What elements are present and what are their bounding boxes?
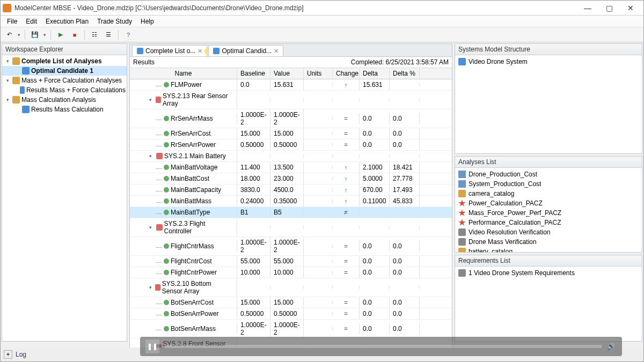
log-label[interactable]: Log [16, 351, 26, 358]
lock-icon [458, 269, 466, 277]
close-button[interactable]: ✕ [620, 1, 641, 15]
col-units[interactable]: Units [304, 68, 333, 79]
reqlist-title: Requirements List [455, 255, 642, 267]
undo-button[interactable]: ↶ [4, 29, 14, 40]
sms-root[interactable]: Video Drone System [457, 57, 640, 67]
col-value[interactable]: Value [270, 68, 304, 79]
reqlist-item-label: 1 Video Drone System Requirements [469, 269, 575, 277]
tab-strip: Complete List o... ✕ Optimal Candid... ✕ [130, 44, 452, 57]
col-delta[interactable]: Delta [360, 68, 390, 79]
analysis-item[interactable]: System_Production_Cost [457, 179, 640, 189]
results-data-row[interactable]: BotSenArrPower0.500000.50000=0.00.0 [130, 308, 452, 320]
tab-optimal-candidate[interactable]: Optimal Candid... ✕ [208, 45, 283, 56]
results-data-row[interactable]: MainBattVoltage11.40013.500↑2.100018.421 [130, 162, 452, 173]
analysis-item[interactable]: Drone Mass Verification [457, 237, 640, 247]
tab-close-icon[interactable]: ✕ [274, 48, 279, 55]
maximize-button[interactable]: ▢ [598, 1, 620, 15]
tab-close-icon[interactable]: ✕ [197, 48, 202, 55]
results-data-row[interactable]: RrSenArrMass1.0000E-21.0000E-2=0.00.0 [130, 109, 452, 128]
tree-row[interactable]: Optimal Candidate 1 [2, 66, 127, 76]
results-data-row[interactable]: MainBattCapacity3830.04500.0↑670.0017.49… [130, 184, 452, 196]
cat-icon [458, 190, 466, 197]
results-header-row: Name Baseline Value Units Change Delta D… [130, 68, 452, 79]
tab-label: Optimal Candid... [222, 47, 272, 55]
tab-complete-list[interactable]: Complete List o... ✕ [132, 45, 207, 56]
results-data-row[interactable]: MainBattMass0.240000.35000↑0.1100045.833 [130, 196, 452, 207]
help-button[interactable]: ? [123, 29, 134, 40]
seek-bar[interactable] [165, 345, 602, 348]
star-icon [458, 219, 466, 226]
reqlist-item[interactable]: 1 Video Drone System Requirements [457, 268, 640, 278]
menu-trade-study[interactable]: Trade Study [93, 17, 136, 26]
workspace-tree[interactable]: ▾Complete List of AnalysesOptimal Candid… [2, 55, 127, 341]
results-data-row[interactable]: RrSenArrPower0.500000.50000=0.00.0 [130, 139, 452, 151]
pause-button[interactable]: ❚❚ [145, 339, 159, 353]
minimize-button[interactable]: — [577, 1, 598, 15]
star-icon [458, 200, 466, 207]
volume-icon[interactable]: 🔊 [607, 343, 617, 350]
results-data-row[interactable]: MainBattTypeB1B5≠ [130, 207, 452, 218]
col-baseline[interactable]: Baseline [237, 68, 270, 79]
save-button[interactable]: 💾 [30, 29, 40, 40]
window-title: ModelCenter MBSE - Video_Drone.mdzip [C:… [14, 4, 577, 12]
scale-icon [458, 238, 466, 246]
system-icon [458, 58, 466, 65]
workspace-explorer-title: Workspace Explorer [2, 44, 127, 55]
analysis-item[interactable]: Mass_Force_Power_Perf_PACZ [457, 208, 640, 218]
add-log-button[interactable]: + [4, 350, 12, 359]
scale-icon [458, 228, 466, 236]
results-data-row[interactable]: BotSenArrMass1.0000E-21.0000E-2=0.00.0 [130, 320, 452, 338]
results-data-row[interactable]: RrSenArrCost15.00015.000=0.00.0 [130, 128, 452, 139]
reqlist-body[interactable]: 1 Video Drone System Requirements [455, 267, 642, 341]
analysis-item[interactable]: Drone_Production_Cost [457, 169, 640, 179]
menu-bar: File Edit Execution Plan Trade Study Hel… [1, 16, 643, 27]
col-name[interactable]: Name [130, 68, 237, 79]
tree-row[interactable]: ▾Complete List of Analyses [2, 56, 127, 66]
main-area: Workspace Explorer ▾Complete List of Ana… [1, 42, 643, 343]
analyses-title: Analyses List [455, 157, 642, 168]
stop-button[interactable]: ■ [69, 29, 80, 40]
results-data-row[interactable]: FlightCntrMass1.0000E-21.0000E-2=0.00.0 [130, 237, 452, 256]
title-bar: ModelCenter MBSE - Video_Drone.mdzip [C:… [1, 1, 643, 16]
results-label: Results [133, 58, 155, 66]
results-group-row[interactable]: ▾SYS.2.10 Bottom Sensor Array [130, 278, 452, 297]
menu-execution-plan[interactable]: Execution Plan [41, 17, 93, 26]
cat-icon [458, 248, 466, 252]
results-data-row[interactable]: MainBattCost18.00023.000↑5.000027.778 [130, 173, 452, 184]
video-player-overlay: ❚❚ 🔊 [140, 337, 622, 356]
center-column: Complete List o... ✕ Optimal Candid... ✕… [128, 42, 453, 343]
chart-icon [458, 180, 466, 188]
analysis-item[interactable]: Power_Calculation_PACZ [457, 198, 640, 208]
results-table[interactable]: Name Baseline Value Units Change Delta D… [130, 68, 452, 357]
tree-row[interactable]: ▾Mass + Force Calculation Analyses [2, 76, 127, 85]
tree-row[interactable]: ▾Mass Calculation Analysis [2, 95, 127, 105]
sms-title: Systems Model Structure [455, 44, 642, 55]
analysis-item[interactable]: battery_catalog [457, 247, 640, 252]
tree-row[interactable]: Results Mass + Force Calculations [2, 85, 127, 95]
results-group-row[interactable]: ▾SYS.2.3 Flight Controller [130, 218, 452, 237]
menu-edit[interactable]: Edit [21, 17, 41, 26]
tool-button-1[interactable]: ☷ [89, 29, 100, 40]
app-icon [3, 4, 11, 12]
results-group-row[interactable]: ▾SYS.2.13 Rear Sensor Array [130, 91, 452, 109]
results-group-row[interactable]: ▾SYS.2.1 Main Battery [130, 151, 452, 162]
tab-label: Complete List o... [145, 47, 195, 55]
tree-row[interactable]: Results Mass Calculation [2, 105, 127, 114]
analysis-item[interactable]: camera_catalog [457, 189, 640, 198]
col-deltapct[interactable]: Delta % [390, 68, 420, 79]
left-column: Workspace Explorer ▾Complete List of Ana… [1, 42, 128, 343]
results-data-row[interactable]: FLMPower0.015.631↑15.631 [130, 79, 452, 91]
analysis-item[interactable]: Video Resolution Verification [457, 227, 640, 237]
results-data-row[interactable]: BotSenArrCost15.00015.000=0.00.0 [130, 297, 452, 308]
analyses-body[interactable]: Drone_Production_CostSystem_Production_C… [455, 168, 642, 252]
col-change[interactable]: Change [333, 68, 360, 79]
analysis-item[interactable]: Performance_Calculation_PACZ [457, 218, 640, 227]
tool-button-2[interactable]: ☰ [103, 29, 114, 40]
sms-body[interactable]: Video Drone System [455, 55, 642, 153]
star-icon [458, 209, 466, 217]
results-data-row[interactable]: FlightCntrPower10.00010.000=0.00.0 [130, 267, 452, 278]
run-button[interactable]: ▶ [55, 29, 66, 40]
menu-help[interactable]: Help [136, 17, 158, 26]
menu-file[interactable]: File [3, 17, 21, 26]
results-data-row[interactable]: FlightCntrCost55.00055.000=0.00.0 [130, 256, 452, 267]
